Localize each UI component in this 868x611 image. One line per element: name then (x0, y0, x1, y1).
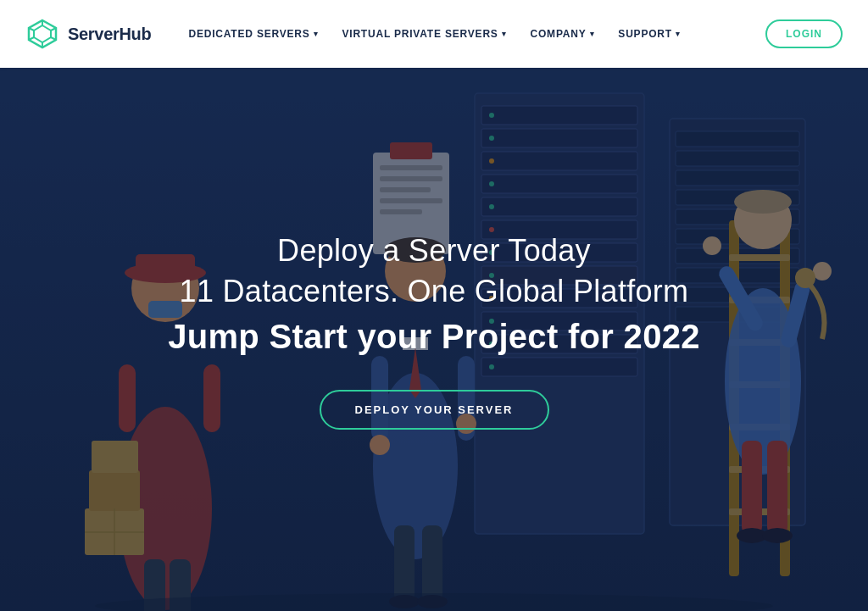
dedicated-servers-chevron-icon: ▾ (314, 30, 319, 38)
company-chevron-icon: ▾ (590, 30, 595, 38)
logo[interactable]: ServerHub (25, 17, 151, 51)
nav-support[interactable]: SUPPORT ▾ (606, 21, 692, 47)
logo-icon (25, 17, 59, 51)
hero-line1: Deploy a Server Today (277, 233, 591, 269)
support-chevron-icon: ▾ (676, 30, 681, 38)
nav-vps[interactable]: VIRTUAL PRIVATE SERVERS ▾ (330, 21, 518, 47)
vps-chevron-icon: ▾ (502, 30, 507, 38)
hero-content: Deploy a Server Today 11 Datacenters. On… (0, 68, 868, 611)
logo-text: ServerHub (68, 25, 151, 44)
nav-dedicated-servers[interactable]: DEDICATED SERVERS ▾ (176, 21, 330, 47)
nav-links: DEDICATED SERVERS ▾ VIRTUAL PRIVATE SERV… (176, 21, 692, 47)
hero-line3: Jump Start your Project for 2022 (168, 318, 700, 356)
deploy-server-button[interactable]: DEPLOY YOUR SERVER (320, 390, 549, 430)
navbar: ServerHub DEDICATED SERVERS ▾ VIRTUAL PR… (0, 0, 868, 68)
nav-company[interactable]: COMPANY ▾ (518, 21, 606, 47)
svg-marker-94 (34, 25, 51, 42)
login-button[interactable]: LOGIN (765, 19, 843, 48)
hero-line2: 11 Datacenters. One Global Platform (180, 274, 689, 309)
hero-section: Deploy a Server Today 11 Datacenters. On… (0, 0, 868, 611)
